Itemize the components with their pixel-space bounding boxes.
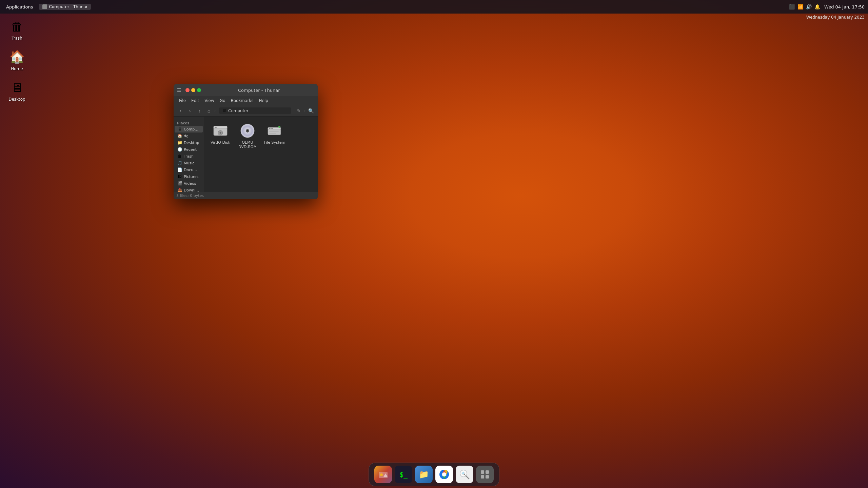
sidebar-item-desktop[interactable]: 📁 Desktop: [175, 139, 203, 146]
svg-rect-29: [481, 475, 484, 479]
sidebar-item-recent-label: Recent: [184, 147, 197, 152]
network-icon[interactable]: 📶: [797, 4, 803, 9]
files-icon: 📁: [419, 470, 429, 479]
svg-rect-4: [215, 127, 217, 128]
sidebar-item-music-label: Music: [184, 161, 194, 165]
window-content: Places 🖥 Computer 🏠 dg 📁 Desktop 🕐 Recen…: [174, 117, 318, 192]
volume-icon[interactable]: 🔊: [806, 4, 812, 9]
system-icons: ⬛ 📶 🔊 🔔: [789, 4, 820, 9]
virtio-disk-icon: [212, 123, 229, 139]
search-button[interactable]: 🔍: [307, 107, 315, 115]
sidebar-section-places: Places: [174, 119, 204, 126]
documents-icon: 📄: [177, 167, 182, 172]
svg-rect-27: [481, 470, 484, 474]
file-item-virtio-disk[interactable]: VirtIO Disk: [208, 121, 233, 151]
back-button[interactable]: ‹: [176, 107, 184, 115]
taskbar-window-pill[interactable]: Computer - Thunar: [39, 4, 91, 10]
window-maximize-button[interactable]: [197, 88, 201, 92]
sidebar-item-recent[interactable]: 🕐 Recent: [175, 146, 203, 153]
window-titlebar: ☰ Computer - Thunar: [174, 84, 318, 96]
terminal-icon: $_: [399, 470, 408, 479]
recent-icon: 🕐: [177, 147, 182, 152]
dock-item-terminal[interactable]: $_: [395, 466, 412, 483]
sidebar-item-documents[interactable]: 📄 Documents: [175, 166, 203, 173]
sidebar-item-dg[interactable]: 🏠 dg: [175, 133, 203, 139]
svg-line-24: [466, 476, 469, 479]
sidebar-item-documents-label: Documents: [184, 168, 200, 172]
svg-rect-28: [486, 470, 489, 474]
address-icon: 🖥: [222, 108, 226, 113]
menu-go[interactable]: Go: [218, 98, 228, 104]
taskbar-top: Applications Computer - Thunar ⬛ 📶 🔊 🔔 W…: [0, 0, 868, 14]
svg-point-22: [442, 472, 446, 476]
applications-button[interactable]: Applications: [3, 4, 36, 10]
desktop-sidebar-icon: 📁: [177, 140, 182, 145]
window-title: Computer - Thunar: [204, 88, 314, 93]
dg-icon: 🏠: [177, 134, 182, 138]
home-nav-button[interactable]: ⌂: [205, 107, 213, 115]
file-item-qemu-dvd[interactable]: QEMU DVD-ROM: [235, 121, 260, 151]
statusbar-text: 3 files: 0 bytes: [176, 194, 204, 198]
dock-item-browser[interactable]: [435, 466, 453, 483]
taskbar-time[interactable]: Wed 04 Jan, 17:50: [824, 4, 865, 9]
sidebar-item-computer[interactable]: 🖥 Computer: [175, 126, 203, 133]
taskbar-date-full: Wednesday 04 January 2023: [806, 15, 865, 20]
hamburger-menu-icon[interactable]: ☰: [177, 87, 181, 93]
edit-address-button[interactable]: ✎: [295, 107, 303, 115]
home-icon: 🏠: [9, 49, 25, 65]
window-controls: [185, 88, 201, 92]
sidebar-item-desktop-label: Desktop: [184, 141, 199, 145]
dock-item-search[interactable]: 🔍: [456, 466, 473, 483]
desktop-icon-desktop-folder[interactable]: 🖥 Desktop: [3, 78, 31, 103]
window-toolbar: ‹ › ↑ ⌂ › 🖥 Computer ✎ › 🔍: [174, 105, 318, 117]
menu-file[interactable]: File: [177, 98, 188, 104]
dock-item-files[interactable]: 📁: [415, 466, 433, 483]
sidebar-item-pictures[interactable]: 🖼 Pictures: [175, 173, 203, 180]
file-system-icon: [267, 123, 283, 139]
notification-icon[interactable]: 🔔: [814, 4, 820, 9]
taskbar-right: ⬛ 📶 🔊 🔔 Wed 04 Jan, 17:50: [789, 4, 865, 9]
screen-icon[interactable]: ⬛: [789, 4, 795, 9]
qemu-dvd-label: QEMU DVD-ROM: [237, 140, 258, 149]
dock: $_ 📁: [369, 463, 499, 486]
sidebar: Places 🖥 Computer 🏠 dg 📁 Desktop 🕐 Recen…: [174, 117, 204, 192]
svg-rect-30: [486, 475, 489, 479]
sidebar-item-downloads[interactable]: 📥 Downloads: [175, 187, 203, 192]
window-close-button[interactable]: [185, 88, 190, 92]
music-icon: 🎵: [177, 161, 182, 165]
videos-icon: 🎬: [177, 181, 182, 186]
desktop: Applications Computer - Thunar ⬛ 📶 🔊 🔔 W…: [0, 0, 868, 488]
sidebar-item-videos-label: Videos: [184, 181, 196, 186]
dock-item-wallpaper[interactable]: [374, 466, 392, 483]
svg-rect-14: [269, 133, 276, 134]
computer-icon: 🖥: [177, 127, 182, 131]
sidebar-item-videos[interactable]: 🎬 Videos: [175, 180, 203, 187]
dock-item-grid[interactable]: [476, 466, 494, 483]
qemu-dvd-icon: [239, 123, 256, 139]
forward-button[interactable]: ›: [186, 107, 194, 115]
window-menubar: File Edit View Go Bookmarks Help: [174, 96, 318, 105]
sidebar-item-trash[interactable]: 🗑 Trash: [175, 153, 203, 160]
sidebar-item-pictures-label: Pictures: [184, 175, 199, 179]
svg-rect-13: [269, 131, 279, 132]
desktop-folder-icon: 🖥: [9, 79, 25, 96]
file-manager-window: ☰ Computer - Thunar File Edit View Go Bo…: [174, 84, 318, 199]
window-minimize-button[interactable]: [191, 88, 195, 92]
window-icon: [42, 4, 47, 9]
menu-bookmarks[interactable]: Bookmarks: [229, 98, 255, 104]
desktop-icon-trash[interactable]: 🗑 Trash: [3, 17, 31, 42]
menu-edit[interactable]: Edit: [189, 98, 201, 104]
address-bar[interactable]: 🖥 Computer: [219, 107, 291, 114]
menu-view[interactable]: View: [202, 98, 216, 104]
sidebar-item-music[interactable]: 🎵 Music: [175, 160, 203, 166]
virtio-disk-label: VirtIO Disk: [211, 140, 230, 145]
up-button[interactable]: ↑: [195, 107, 203, 115]
svg-point-7: [247, 130, 248, 131]
svg-text:🔍: 🔍: [461, 471, 466, 476]
file-item-file-system[interactable]: File System: [262, 121, 287, 151]
file-system-label: File System: [264, 140, 285, 145]
pictures-icon: 🖼: [177, 174, 182, 179]
sidebar-item-computer-label: Computer: [184, 127, 200, 131]
menu-help[interactable]: Help: [257, 98, 270, 104]
desktop-icon-home[interactable]: 🏠 Home: [3, 47, 31, 73]
